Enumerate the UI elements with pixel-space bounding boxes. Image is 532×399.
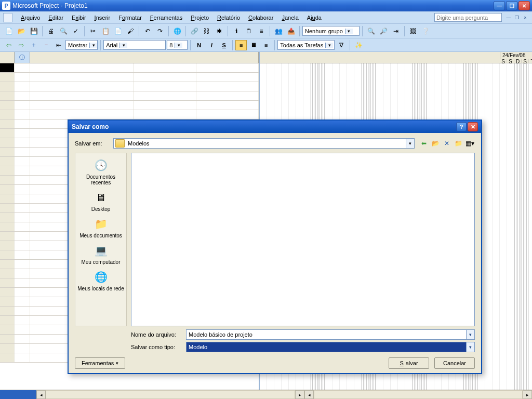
help-icon[interactable]: ❔ [420,25,431,37]
save-button[interactable]: Salvar [389,357,429,369]
hscroll: ◂ ▸ ◂ ▸ [0,390,532,399]
undo-icon[interactable]: ↶ [142,25,153,37]
resources-icon[interactable]: 👥 [273,25,284,37]
save-icon[interactable]: 💾 [28,25,39,37]
align-right-button[interactable]: ≡ [260,40,272,50]
place-documentos-recentes[interactable]: 🕓Documentos recentes [75,156,126,187]
menu-exibir[interactable]: Exibir [68,14,90,22]
nav-delete-icon[interactable]: ✕ [442,138,452,149]
paste-icon[interactable]: 📄 [112,25,124,37]
info-icon[interactable]: ℹ [231,25,242,37]
file-list[interactable] [131,153,475,326]
new-folder-icon[interactable]: 📁 [453,138,463,149]
spell-icon[interactable]: ✓ [70,25,82,37]
menu-arquivo[interactable]: Arquivo [17,14,44,22]
place-icon: 🕓 [92,157,110,173]
nav-back-icon[interactable]: ⬅ [419,138,429,149]
scroll-right2-button[interactable]: ▸ [523,390,532,399]
zoomin-icon[interactable]: 🔍 [365,25,377,37]
place-icon: 🖥 [92,190,110,205]
autofilter-icon[interactable]: ∇ [336,39,347,51]
filename-label: Nome do arquivo: [131,331,183,338]
font-combo[interactable]: Arial▾ [103,40,166,50]
doc-close-button[interactable]: × [522,14,529,21]
filename-combo[interactable]: Modelo básico de projeto▾ [186,329,475,340]
fontsize-combo[interactable]: 8▾ [167,40,188,50]
ask-input[interactable] [434,13,502,22]
unchain-icon[interactable]: ⛓ [201,25,212,37]
menu-relatorio[interactable]: Relatório [213,14,244,22]
split-icon[interactable]: ✱ [214,25,225,37]
wizard-icon[interactable]: ✨ [353,39,364,51]
standard-toolbar: 📄 📂 💾 🖨 🔍 ✓ ✂ 📋 📄 🖌 ↶ ↷ 🌐 🔗 ⛓ ✱ ℹ 🗒 ≡ 👥 … [0,24,532,38]
dialog-help-button[interactable]: ? [456,122,467,131]
menu-ferramentas[interactable]: Ferramentas [146,14,187,22]
menu-formatar[interactable]: Formatar [114,14,146,22]
folder-icon [115,139,125,148]
chain-icon[interactable]: 🔗 [189,25,200,37]
menu-inserir[interactable]: Inserir [90,14,115,22]
copypicture-icon[interactable]: 🖼 [407,25,419,37]
cancel-button[interactable]: Cancelar [434,357,475,369]
underline-button[interactable]: S [218,40,230,50]
menu-projeto[interactable]: Projeto [187,14,213,22]
menu-colaborar[interactable]: Colaborar [244,14,277,22]
dialog-close-button[interactable]: ✕ [468,122,478,131]
align-left-button[interactable]: ≡ [235,40,247,50]
open-icon[interactable]: 📂 [16,25,27,37]
place-meus-locais-de-rede[interactable]: 🌐Meus locais de rede [75,268,126,292]
place-desktop[interactable]: 🖥Desktop [75,189,126,213]
doc-minimize-button[interactable]: — [505,14,512,21]
maximize-button[interactable]: ❐ [506,1,517,10]
bold-button[interactable]: N [193,40,205,50]
minus-icon[interactable]: － [41,39,52,51]
menu-ajuda[interactable]: Ajuda [303,14,326,22]
dropdown-icon[interactable]: ▾ [406,139,414,148]
close-button[interactable]: ✕ [518,1,530,10]
cut-icon[interactable]: ✂ [87,25,99,37]
places-bar: 🕓Documentos recentes🖥Desktop📁Meus docume… [75,153,127,326]
zoomout-icon[interactable]: 🔎 [378,25,389,37]
save-as-dialog: Salvar como ? ✕ Salvar em: Modelos ▾ ⬅ [68,119,482,374]
savein-label: Salvar em: [75,140,109,147]
italic-button[interactable]: I [206,40,217,50]
link-icon[interactable]: 🌐 [171,25,183,37]
menu-janela[interactable]: Janela [277,14,302,22]
minimize-button[interactable]: — [494,1,505,10]
plus-icon[interactable]: ＋ [28,39,39,51]
document-icon [3,13,12,22]
place-icon: 🌐 [92,269,110,285]
location-combo[interactable]: Modelos ▾ [113,138,415,149]
scroll-right-button[interactable]: ▸ [295,390,304,399]
new-icon[interactable]: 📄 [3,25,15,37]
note-icon[interactable]: 🗒 [243,25,255,37]
scroll-left2-button[interactable]: ◂ [304,390,314,399]
scroll-left-button[interactable]: ◂ [36,390,46,399]
forward-icon[interactable]: ⇨ [16,39,27,51]
copy-icon[interactable]: 📋 [100,25,111,37]
savetype-combo[interactable]: Modelo▾ [186,342,475,352]
app-title: Microsoft Project - Projeto1 [12,2,88,9]
goto-icon[interactable]: ⇥ [390,25,402,37]
menu-editar[interactable]: Editar [44,14,68,22]
place-meus-documentos[interactable]: 📁Meus documentos [75,215,126,240]
format-painter-icon[interactable]: 🖌 [125,25,136,37]
align-center-button[interactable]: ≣ [248,40,259,50]
redo-icon[interactable]: ↷ [154,25,166,37]
publish-icon[interactable]: 📤 [285,25,297,37]
subtask-icon[interactable]: ≡ [256,25,267,37]
show-combo[interactable]: Mostrar▾ [65,40,98,50]
print-icon[interactable]: 🖨 [45,25,57,37]
app-icon: P [2,2,10,10]
preview-icon[interactable]: 🔍 [58,25,69,37]
nav-up-icon[interactable]: 📂 [430,138,441,149]
formatting-toolbar: ⇦ ⇨ ＋ － ⇤ Mostrar▾ Arial▾ 8▾ N I S ≡ ≣ ≡… [0,38,532,52]
doc-restore-button[interactable]: ❐ [513,14,521,21]
views-icon[interactable]: ▦▾ [464,138,475,149]
filter-combo[interactable]: Todas as Tarefas▾ [277,40,335,50]
tools-button[interactable]: Ferramentas▾ [75,357,125,369]
place-meu-computador[interactable]: 💻Meu computador [75,242,126,266]
back-icon[interactable]: ⇦ [3,39,15,51]
group-combo[interactable]: Nenhum grupo▾ [302,26,360,36]
outdent-icon[interactable]: ⇤ [53,39,64,51]
